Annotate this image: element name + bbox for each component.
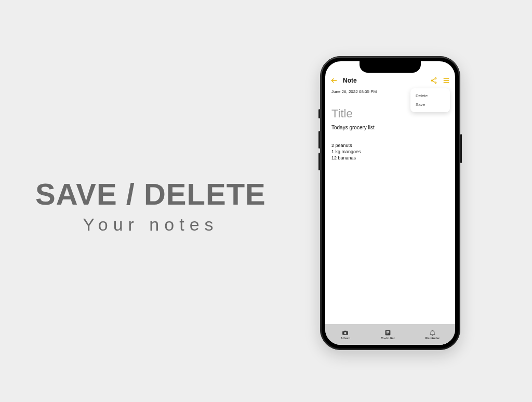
app-header: Note xyxy=(325,74,455,87)
camera-icon xyxy=(342,329,349,336)
svg-line-5 xyxy=(433,81,435,83)
phone-mockup: Note June 26, 2022 08:05 PM Delete Save … xyxy=(320,56,460,350)
phone-screen: Note June 26, 2022 08:05 PM Delete Save … xyxy=(325,61,455,345)
dropdown-item-delete[interactable]: Delete xyxy=(410,91,450,100)
promo-heading: SAVE / DELETE xyxy=(35,177,266,211)
note-subject[interactable]: Todays grocery list xyxy=(331,125,375,130)
nav-label-todo: To-do list xyxy=(381,337,395,340)
power-button xyxy=(460,134,462,163)
nav-item-album[interactable]: Album xyxy=(341,329,351,340)
svg-line-4 xyxy=(433,79,435,81)
menu-icon[interactable] xyxy=(443,77,450,84)
nav-item-todo[interactable]: To-do list xyxy=(381,329,395,340)
nav-label-album: Album xyxy=(341,337,351,340)
back-arrow-icon[interactable] xyxy=(330,77,338,84)
mute-switch xyxy=(318,109,320,118)
phone-notch xyxy=(360,61,421,73)
promo-subheading: Your notes xyxy=(35,215,266,235)
share-icon[interactable] xyxy=(430,77,437,84)
note-title-input[interactable]: Title xyxy=(331,107,353,120)
dropdown-item-save[interactable]: Save xyxy=(410,100,450,109)
note-timestamp: June 26, 2022 08:05 PM xyxy=(331,89,377,94)
nav-label-reminder: Reminder xyxy=(425,337,440,340)
note-body[interactable]: 2 peanuts 1 kg mangoes 12 bananas xyxy=(331,142,361,161)
bell-icon xyxy=(429,329,436,336)
bottom-nav: Album To-do list Reminder xyxy=(325,324,455,345)
list-icon xyxy=(384,329,391,336)
header-actions xyxy=(430,77,450,84)
promo-text-block: SAVE / DELETE Your notes xyxy=(35,177,266,235)
nav-item-reminder[interactable]: Reminder xyxy=(425,329,440,340)
options-dropdown: Delete Save xyxy=(410,88,450,112)
volume-up-button xyxy=(318,131,320,149)
page-title: Note xyxy=(343,77,430,84)
volume-down-button xyxy=(318,153,320,170)
